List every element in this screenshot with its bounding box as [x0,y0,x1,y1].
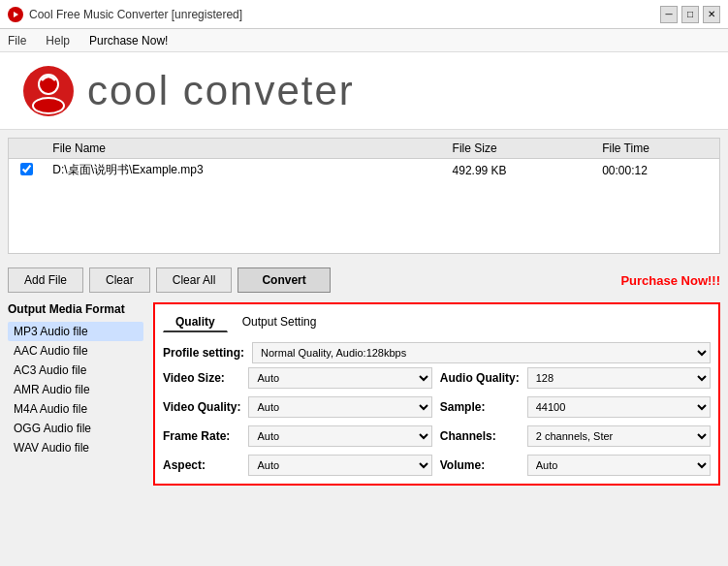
select-aspect[interactable]: Auto [248,455,431,476]
cell-filesize: 492.99 KB [445,159,595,182]
app-icon [8,7,23,22]
label-volume: Volume: [440,458,520,472]
format-item[interactable]: AAC Audio file [8,341,143,361]
label-aspect: Aspect: [163,458,240,472]
logo-icon [19,62,78,120]
select-video-quality[interactable]: Auto [248,396,431,418]
select-video-size[interactable]: Auto [248,367,431,389]
format-item[interactable]: WAV Audio file [8,438,143,457]
svg-point-3 [33,98,64,113]
menu-bar: File Help Purchase Now! [0,29,728,52]
title-bar-controls: ─ □ ✕ [660,6,720,23]
output-format-title: Output Media Format [8,302,143,316]
logo-text: cool conveter [87,68,355,114]
add-file-button[interactable]: Add File [8,267,83,293]
table-row: D:\桌面\说明书\Example.mp3 492.99 KB 00:00:12 [9,159,719,182]
title-bar: Cool Free Music Converter [unregistered]… [0,0,728,29]
select-channels[interactable]: 2 channels, Ster [527,425,711,447]
label-sample: Sample: [440,400,520,414]
label-video-size: Video Size: [163,371,240,385]
title-bar-left: Cool Free Music Converter [unregistered] [8,7,242,22]
settings-grid: Video Size:AutoAudio Quality:128Video Qu… [163,367,711,476]
title-bar-text: Cool Free Music Converter [unregistered] [29,8,242,21]
output-format-panel: Output Media Format MP3 Audio fileAAC Au… [8,302,143,486]
toolbar: Add File Clear Clear All Convert Purchas… [0,262,728,299]
format-item[interactable]: AC3 Audio file [8,361,143,380]
profile-select[interactable]: Normal Quality, Audio:128kbps [252,342,711,363]
row-checkbox[interactable] [20,163,33,175]
minimize-button[interactable]: ─ [660,6,678,23]
label-video-quality: Video Quality: [163,400,240,414]
file-table: File Name File Size File Time D:\桌面\说明书\… [9,139,719,181]
label-frame-rate: Frame Rate: [163,429,240,443]
settings-tabs: Quality Output Setting [163,312,711,332]
cell-filename: D:\桌面\说明书\Example.mp3 [45,159,444,182]
col-header-filetime: File Time [594,139,719,159]
purchase-label[interactable]: Purchase Now!!! [620,273,720,288]
format-item[interactable]: M4A Audio file [8,399,143,419]
format-item[interactable]: AMR Audio file [8,380,143,399]
logo-area: cool conveter [0,52,728,130]
profile-row: Profile setting: Normal Quality, Audio:1… [163,342,711,363]
clear-button[interactable]: Clear [89,267,150,293]
cell-filetime: 00:00:12 [594,159,719,182]
select-frame-rate[interactable]: Auto [248,425,431,447]
tab-output-setting[interactable]: Output Setting [230,312,330,332]
tab-quality[interactable]: Quality [163,312,228,332]
profile-label: Profile setting: [163,346,244,360]
menu-help[interactable]: Help [42,32,74,49]
file-table-container: File Name File Size File Time D:\桌面\说明书\… [8,138,720,254]
col-header-check [9,139,45,159]
col-header-filesize: File Size [445,139,595,159]
format-list: MP3 Audio fileAAC Audio fileAC3 Audio fi… [8,322,143,457]
clear-all-button[interactable]: Clear All [156,267,233,293]
close-button[interactable]: ✕ [703,6,720,23]
menu-file[interactable]: File [4,32,30,49]
convert-button[interactable]: Convert [237,267,330,293]
select-sample[interactable]: 44100 [527,396,711,418]
label-audio-quality: Audio Quality: [440,371,520,385]
main-content: Output Media Format MP3 Audio fileAAC Au… [0,299,728,493]
select-audio-quality[interactable]: 128 [527,367,711,389]
format-item[interactable]: OGG Audio file [8,419,143,438]
label-channels: Channels: [440,429,520,443]
maximize-button[interactable]: □ [681,6,699,23]
format-item[interactable]: MP3 Audio file [8,322,143,341]
settings-panel: Quality Output Setting Profile setting: … [153,302,720,486]
menu-purchase[interactable]: Purchase Now! [85,32,172,49]
col-header-filename: File Name [45,139,444,159]
select-volume[interactable]: Auto [527,455,711,476]
